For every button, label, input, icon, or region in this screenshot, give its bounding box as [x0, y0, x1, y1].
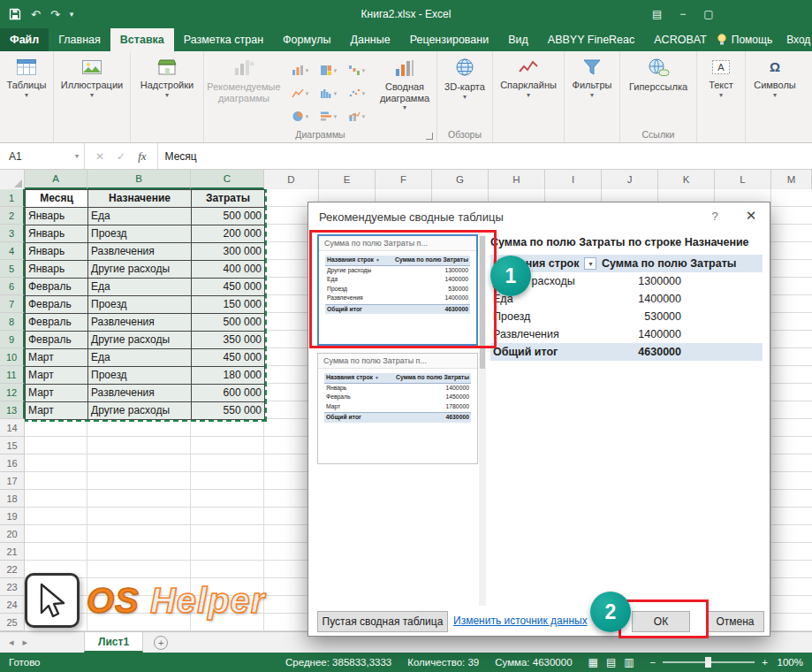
- name-box[interactable]: A1 ▾: [0, 143, 85, 169]
- insert-pie-chart-button[interactable]: ▾: [286, 105, 314, 127]
- table-cell[interactable]: Март: [26, 349, 88, 367]
- column-header-i[interactable]: I: [545, 170, 602, 189]
- table-cell[interactable]: Март: [26, 402, 88, 420]
- table-cell[interactable]: Февраль: [26, 279, 88, 296]
- table-cell[interactable]: Еда: [88, 208, 192, 225]
- row-header-22[interactable]: 22: [0, 561, 25, 578]
- row-header-16[interactable]: 16: [0, 454, 25, 472]
- pivot-preview-2[interactable]: Сумма по полю Затраты п...Названия строк…: [317, 353, 478, 464]
- insert-waterfall-chart-button[interactable]: ▾: [343, 59, 370, 81]
- row-header-4[interactable]: 4: [0, 242, 25, 260]
- insert-line-chart-button[interactable]: ▾: [286, 82, 314, 104]
- table-header-cell[interactable]: Затраты: [192, 190, 265, 208]
- column-header-b[interactable]: B: [87, 170, 191, 189]
- confirm-entry-icon[interactable]: ✓: [117, 150, 125, 163]
- table-cell[interactable]: Январь: [26, 225, 88, 243]
- ribbon-tab-6[interactable]: Рецензировани: [400, 28, 499, 51]
- row-header-21[interactable]: 21: [0, 543, 25, 561]
- dialog-launcher-icon[interactable]: [426, 133, 433, 140]
- ribbon-tab-5[interactable]: Данные: [340, 28, 399, 51]
- new-sheet-button[interactable]: +: [154, 636, 168, 650]
- table-cell[interactable]: Январь: [26, 261, 88, 279]
- table-cell[interactable]: Еда: [88, 279, 192, 296]
- row-header-13[interactable]: 13: [0, 401, 25, 419]
- table-cell[interactable]: Март: [26, 367, 88, 385]
- column-header-d[interactable]: D: [264, 170, 319, 189]
- table-cell[interactable]: Январь: [26, 208, 88, 225]
- minimize-icon[interactable]: −: [679, 8, 686, 20]
- ribbon-tab-8[interactable]: ABBYY FineReac: [538, 28, 644, 51]
- row-header-9[interactable]: 9: [0, 331, 25, 348]
- normal-view-icon[interactable]: ▦: [588, 656, 598, 668]
- name-box-dropdown-icon[interactable]: ▾: [75, 152, 79, 160]
- page-break-view-icon[interactable]: ▥: [624, 656, 634, 668]
- table-cell[interactable]: 450 000: [192, 349, 265, 367]
- table-cell[interactable]: Проезд: [88, 296, 192, 314]
- table-cell[interactable]: 400 000: [192, 261, 265, 279]
- undo-icon[interactable]: ↶: [31, 8, 41, 21]
- ribbon-display-options-icon[interactable]: ▤: [652, 8, 662, 20]
- qat-customize-icon[interactable]: ▾: [70, 10, 74, 19]
- row-header-7[interactable]: 7: [0, 295, 25, 313]
- column-header-m[interactable]: M: [771, 170, 812, 189]
- column-header-a[interactable]: A: [25, 170, 87, 189]
- pivot-preview-1[interactable]: Сумма по полю Затраты п...Названия строк…: [317, 234, 478, 346]
- hyperlink-button[interactable]: Гиперссылка: [622, 54, 694, 94]
- row-header-5[interactable]: 5: [0, 260, 25, 278]
- filters-button[interactable]: Фильтры ▾: [566, 54, 618, 100]
- tables-button[interactable]: Таблицы ▾: [2, 54, 51, 100]
- row-header-24[interactable]: 24: [0, 596, 25, 614]
- text-button[interactable]: A Текст ▾: [699, 54, 743, 100]
- row-header-18[interactable]: 18: [0, 490, 25, 508]
- row-header-6[interactable]: 6: [0, 278, 25, 295]
- zoom-slider-thumb[interactable]: [705, 657, 711, 668]
- redo-icon[interactable]: ↷: [50, 8, 60, 21]
- pivot-chart-button[interactable]: Сводная диаграмма ▾: [375, 54, 435, 112]
- column-header-h[interactable]: H: [489, 170, 545, 189]
- close-icon[interactable]: ✕: [743, 208, 759, 224]
- addins-button[interactable]: Надстройки ▾: [133, 54, 201, 100]
- sparklines-button[interactable]: Спарклайны ▾: [495, 54, 562, 100]
- ribbon-tab-9[interactable]: ACROBAT: [644, 28, 717, 51]
- table-cell[interactable]: 150 000: [192, 296, 265, 314]
- ribbon-tab-7[interactable]: Вид: [498, 28, 538, 51]
- column-header-e[interactable]: E: [319, 170, 376, 189]
- row-header-12[interactable]: 12: [0, 384, 25, 401]
- blank-pivottable-button[interactable]: Пустая сводная таблица: [317, 611, 448, 632]
- insert-function-button[interactable]: fx: [138, 149, 146, 164]
- scrollbar-thumb[interactable]: [480, 236, 485, 369]
- column-header-k[interactable]: K: [658, 170, 715, 189]
- next-sheet-icon[interactable]: ▸: [23, 637, 28, 648]
- symbols-button[interactable]: Ω Символы ▾: [747, 54, 802, 100]
- insert-bar-chart-button[interactable]: ▾: [315, 105, 342, 127]
- column-header-l[interactable]: L: [715, 170, 771, 189]
- page-layout-view-icon[interactable]: ▤: [606, 656, 616, 668]
- row-header-14[interactable]: 14: [0, 419, 25, 437]
- table-cell[interactable]: 550 000: [192, 402, 265, 420]
- table-cell[interactable]: Другие расходы: [88, 402, 192, 420]
- table-cell[interactable]: Другие расходы: [88, 261, 192, 279]
- filter-dropdown-icon[interactable]: ▼: [584, 257, 596, 270]
- cancel-button[interactable]: Отмена: [706, 611, 764, 632]
- sheet-tab-list1[interactable]: Лист1: [84, 632, 143, 653]
- ribbon-tab-3[interactable]: Разметка стран: [174, 28, 273, 51]
- insert-hierarchy-chart-button[interactable]: ▾: [315, 59, 342, 81]
- column-header-g[interactable]: G: [432, 170, 489, 189]
- table-cell[interactable]: 300 000: [192, 243, 265, 261]
- insert-scatter-chart-button[interactable]: ▾: [343, 82, 370, 104]
- select-all-button[interactable]: [0, 170, 25, 189]
- table-header-cell[interactable]: Назначение: [88, 190, 192, 208]
- table-cell[interactable]: Развлечения: [88, 243, 192, 261]
- row-header-3[interactable]: 3: [0, 225, 25, 242]
- row-header-25[interactable]: 25: [0, 614, 25, 631]
- row-header-19[interactable]: 19: [0, 508, 25, 525]
- insert-column-chart-button[interactable]: ▾: [286, 59, 314, 81]
- row-header-20[interactable]: 20: [0, 525, 25, 543]
- table-cell[interactable]: Март: [26, 385, 88, 402]
- column-header-j[interactable]: J: [602, 170, 658, 189]
- row-header-1[interactable]: 1: [0, 189, 25, 207]
- row-header-23[interactable]: 23: [0, 578, 25, 596]
- table-cell[interactable]: 200 000: [192, 225, 265, 243]
- table-cell[interactable]: Развлечения: [88, 385, 192, 402]
- table-cell[interactable]: Проезд: [88, 225, 192, 243]
